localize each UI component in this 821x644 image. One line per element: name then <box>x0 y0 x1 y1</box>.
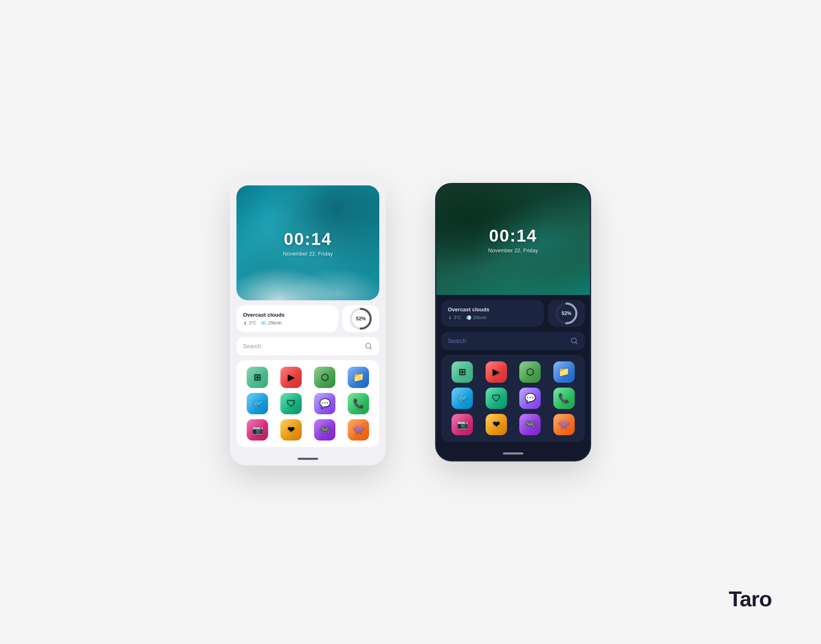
app-phone[interactable]: 📞 <box>553 388 575 409</box>
search-bar-dark[interactable]: Search <box>441 332 585 350</box>
time-overlay-dark: 00:14 November 22, Friday <box>488 226 538 253</box>
app-grid-dark: ⊞▶⬡📁🐦🛡💬📞📷❤🎮👾 <box>448 361 578 435</box>
app-shield[interactable]: 🛡 <box>280 393 302 414</box>
wind-icon-dark: 💨 <box>466 315 472 320</box>
temp-light: 🌡 3°C <box>243 320 256 326</box>
app-discord[interactable]: 🎮 <box>314 419 335 441</box>
weather-details-dark: 🌡 3°C 💨 29kmh <box>448 315 537 320</box>
home-indicator-light <box>230 454 386 466</box>
app-message[interactable]: 💬 <box>314 393 335 414</box>
app-layout[interactable]: ⊞ <box>247 367 268 388</box>
wind-light: 💨 29kmh <box>261 320 282 326</box>
weather-details-light: 🌡 3°C 💨 29kmh <box>243 320 332 326</box>
home-bar-light <box>298 458 318 460</box>
app-shield[interactable]: 🛡 <box>486 388 507 409</box>
app-layout[interactable]: ⊞ <box>452 361 473 383</box>
search-placeholder-light: Search <box>243 343 360 349</box>
humidity-value-dark: 52% <box>562 311 571 316</box>
app-grid-card-light: ⊞▶⬡📁🐦🛡💬📞📷❤🎮👾 <box>236 360 379 447</box>
wind-dark: 💨 29kmh <box>466 315 486 320</box>
wind-icon-light: 💨 <box>261 320 267 326</box>
phone-content-light: Overcast clouds 🌡 3°C 💨 29kmh <box>230 305 386 454</box>
app-twitter[interactable]: 🐦 <box>247 393 268 414</box>
app-gallery[interactable]: ⬡ <box>314 367 335 388</box>
app-twitter[interactable]: 🐦 <box>452 388 473 409</box>
light-phone: 00:14 November 22, Friday Overcast cloud… <box>230 179 386 466</box>
app-message[interactable]: 💬 <box>519 388 541 409</box>
app-reddit[interactable]: 👾 <box>553 414 575 435</box>
app-phone[interactable]: 📞 <box>348 393 369 414</box>
app-grid-light: ⊞▶⬡📁🐦🛡💬📞📷❤🎮👾 <box>243 367 373 441</box>
app-heart[interactable]: ❤ <box>280 419 302 441</box>
clock-dark: 00:14 <box>488 226 538 245</box>
app-reddit[interactable]: 👾 <box>348 419 369 441</box>
hero-image-dark: 00:14 November 22, Friday <box>436 184 590 295</box>
app-storage[interactable]: 📁 <box>553 361 575 383</box>
weather-card-dark: Overcast clouds 🌡 3°C 💨 29kmh <box>441 300 544 327</box>
app-gallery[interactable]: ⬡ <box>519 361 541 383</box>
search-bar-light[interactable]: Search <box>236 337 379 355</box>
home-bar-dark <box>503 452 523 454</box>
weather-row-light: Overcast clouds 🌡 3°C 💨 29kmh <box>236 305 379 332</box>
app-grid-card-dark: ⊞▶⬡📁🐦🛡💬📞📷❤🎮👾 <box>441 355 585 442</box>
weather-title-light: Overcast clouds <box>243 312 332 318</box>
circle-progress-light: 52% <box>349 306 373 331</box>
app-heart[interactable]: ❤ <box>486 414 507 435</box>
app-youtube[interactable]: ▶ <box>486 361 507 383</box>
app-discord[interactable]: 🎮 <box>519 414 541 435</box>
home-indicator-dark <box>436 448 590 460</box>
time-overlay-light: 00:14 November 22, Friday <box>283 229 333 256</box>
app-instagram[interactable]: 📷 <box>452 414 473 435</box>
weather-card-light: Overcast clouds 🌡 3°C 💨 29kmh <box>236 305 338 332</box>
brand-name: Taro <box>729 587 772 611</box>
date-light: November 22, Friday <box>283 250 333 256</box>
dark-phone: 00:14 November 22, Friday Overcast cloud… <box>435 183 591 461</box>
app-instagram[interactable]: 📷 <box>247 419 268 441</box>
phone-content-dark: Overcast clouds 🌡 3°C 💨 29kmh <box>436 295 590 448</box>
circle-progress-dark: 52% <box>554 301 579 326</box>
search-icon-dark <box>570 337 578 345</box>
humidity-card-light: 52% <box>342 305 379 332</box>
thermo-icon-dark: 🌡 <box>448 315 452 320</box>
app-youtube[interactable]: ▶ <box>280 367 302 388</box>
humidity-value-light: 52% <box>356 316 366 322</box>
humidity-card-dark: 52% <box>548 300 585 327</box>
search-icon-light <box>365 342 373 350</box>
weather-row-dark: Overcast clouds 🌡 3°C 💨 29kmh <box>441 300 585 327</box>
clock-light: 00:14 <box>283 229 333 249</box>
thermo-icon-light: 🌡 <box>243 320 248 325</box>
canvas: 00:14 November 22, Friday Overcast cloud… <box>0 0 821 644</box>
hero-image-light: 00:14 November 22, Friday <box>236 185 379 300</box>
temp-dark: 🌡 3°C <box>448 315 461 320</box>
search-placeholder-dark: Search <box>448 338 566 344</box>
date-dark: November 22, Friday <box>488 247 538 253</box>
weather-title-dark: Overcast clouds <box>448 306 537 313</box>
app-storage[interactable]: 📁 <box>348 367 369 388</box>
